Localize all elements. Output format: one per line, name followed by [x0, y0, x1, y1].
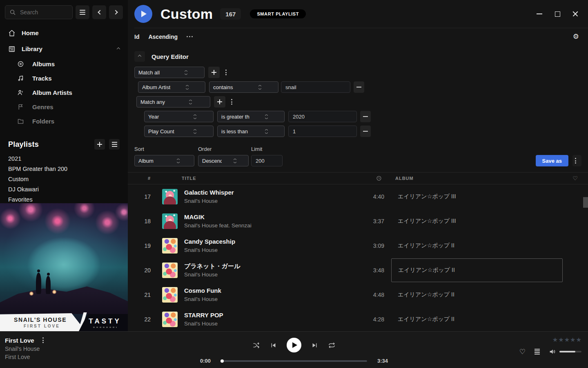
play-button[interactable]	[287, 338, 301, 352]
star-icon[interactable]: ★	[564, 337, 570, 343]
rule-value-input[interactable]	[288, 111, 357, 122]
nav-forward-button[interactable]	[109, 5, 123, 19]
column-index[interactable]: #	[134, 176, 151, 181]
playlist-item[interactable]: BPM Greater than 200	[0, 164, 128, 174]
group-menu-button[interactable]	[223, 68, 229, 77]
remove-rule-button[interactable]	[354, 81, 364, 93]
create-playlist-button[interactable]	[94, 139, 105, 150]
rule-value-input[interactable]	[288, 126, 357, 137]
album-cell[interactable]: エイリアン☆ポップ III	[391, 184, 563, 209]
table-row[interactable]: 22 STARRY POP Snail's House 4:28 エイリアン☆ポ…	[128, 307, 588, 331]
track-artist[interactable]: Snail's House	[184, 271, 360, 278]
search-box[interactable]	[5, 5, 73, 19]
album-cell[interactable]: エイリアン☆ポップ II	[391, 233, 563, 258]
rule-value-input[interactable]	[281, 81, 350, 93]
playlist-item[interactable]: 2021	[0, 154, 128, 164]
track-artist[interactable]: Snail's House	[184, 320, 360, 328]
track-artist[interactable]: Snail's House	[184, 295, 360, 303]
more-options-icon[interactable]	[187, 36, 193, 37]
track-artist[interactable]: Snail's House	[184, 246, 360, 254]
sidebar-item-tracks[interactable]: Tracks	[0, 71, 128, 85]
seek-handle[interactable]	[220, 359, 224, 363]
rule-field-select[interactable]: Album Artist	[138, 81, 205, 93]
remove-rule-button[interactable]	[360, 126, 371, 137]
menu-button[interactable]	[76, 5, 89, 19]
playlist-item[interactable]: DJ Okawari	[0, 184, 128, 195]
now-playing-artist[interactable]: Snail's House	[5, 346, 45, 352]
album-cell[interactable]: エイリアン☆ポップ II	[391, 283, 563, 307]
collapse-chevron-icon[interactable]	[117, 47, 120, 50]
add-rule-button[interactable]	[208, 67, 220, 78]
shuffle-button[interactable]	[252, 341, 260, 349]
star-icon[interactable]: ★	[558, 337, 564, 343]
sort-direction-button[interactable]: Ascending	[148, 34, 178, 40]
query-editor-collapse-button[interactable]	[134, 51, 145, 62]
now-playing-title[interactable]: First Love	[5, 337, 34, 344]
save-as-button[interactable]: Save as	[536, 155, 568, 166]
album-cell[interactable]: エイリアン☆ポップ III	[391, 209, 563, 233]
close-button[interactable]	[572, 11, 578, 17]
track-artist[interactable]: Snail's House feat. Sennzai	[184, 222, 360, 229]
play-playlist-button[interactable]	[134, 5, 152, 23]
save-menu-button[interactable]	[572, 155, 581, 166]
sidebar-item-album-artists[interactable]: Album Artists	[0, 85, 128, 100]
minimize-button[interactable]	[537, 11, 542, 17]
rule-operator-select[interactable]: is greater than	[217, 111, 285, 122]
sidebar-item-library[interactable]: Library	[0, 41, 128, 57]
search-input[interactable]	[19, 9, 68, 16]
star-icon[interactable]: ★	[576, 337, 581, 343]
table-row[interactable]: 21 Cosmo Funk Snail's House 4:48 エイリアン☆ポ…	[128, 283, 588, 307]
sort-field-button[interactable]: Id	[134, 34, 139, 40]
playlist-list-button[interactable]	[109, 139, 120, 150]
next-button[interactable]	[311, 342, 318, 349]
subgroup-match-type-select[interactable]: Match any	[136, 96, 210, 108]
table-row[interactable]: 19 Candy Spaceship Snail's House 3:09 エイ…	[128, 233, 588, 258]
now-playing-artwork[interactable]: SNAIL'S HOUSE FIRST LOVE TASTY	[0, 203, 128, 331]
rule-field-select[interactable]: Year	[144, 111, 214, 122]
remove-rule-button[interactable]	[360, 111, 371, 122]
column-title[interactable]: TITLE	[182, 176, 357, 181]
sidebar-item-genres[interactable]: Genres	[0, 100, 128, 114]
column-duration[interactable]	[357, 175, 382, 181]
table-row[interactable]: 20 プラネット・ガール Snail's House 3:48 エイリアン☆ポッ…	[128, 258, 588, 283]
nav-back-button[interactable]	[92, 5, 106, 19]
queue-button[interactable]	[535, 349, 540, 355]
playlist-item[interactable]: Custom	[0, 174, 128, 184]
rule-field-select[interactable]: Play Count	[144, 126, 214, 137]
volume-fill	[559, 351, 575, 352]
table-row[interactable]: 17 Galactic Whisper Snail's House 4:40 エ…	[128, 184, 588, 209]
sidebar-item-home[interactable]: Home	[0, 25, 128, 41]
now-playing-album[interactable]: First Love	[5, 354, 45, 360]
track-duration: 3:37	[360, 218, 384, 224]
scrollbar-thumb[interactable]	[583, 197, 588, 208]
column-favorite[interactable]: ♡	[563, 175, 588, 181]
volume-icon[interactable]	[549, 348, 556, 355]
smart-playlist-badge: SMART PLAYLIST	[250, 9, 306, 18]
column-album[interactable]: ALBUM	[389, 173, 563, 184]
seek-slider[interactable]	[221, 360, 367, 362]
match-type-select[interactable]: Match all	[134, 67, 205, 78]
order-select[interactable]: Descending	[198, 155, 249, 166]
track-artist[interactable]: Snail's House	[184, 197, 360, 205]
sort-select[interactable]: Album	[134, 155, 194, 166]
table-row[interactable]: 18 MAGIK Snail's House feat. Sennzai 3:3…	[128, 209, 588, 233]
star-icon[interactable]: ★	[570, 337, 575, 343]
rule-operator-select[interactable]: is less than	[217, 126, 285, 137]
album-cell[interactable]: エイリアン☆ポップ II	[391, 258, 563, 282]
limit-input[interactable]	[251, 155, 283, 166]
maximize-button[interactable]	[555, 11, 560, 17]
sidebar-item-folders[interactable]: Folders	[0, 114, 128, 128]
rule-operator-select[interactable]: contains	[209, 81, 278, 93]
previous-button[interactable]	[270, 342, 277, 349]
sidebar-item-albums[interactable]: Albums	[0, 57, 128, 71]
rating-stars[interactable]: ★ ★ ★ ★ ★	[552, 337, 581, 343]
volume-slider[interactable]	[559, 351, 581, 352]
favorite-button[interactable]: ♡	[519, 348, 526, 355]
subgroup-menu-button[interactable]	[229, 97, 235, 106]
add-subrule-button[interactable]	[214, 96, 225, 108]
gear-icon[interactable]: ⚙	[573, 33, 579, 40]
album-cell[interactable]: エイリアン☆ポップ II	[391, 307, 563, 331]
repeat-button[interactable]	[328, 341, 336, 349]
star-icon[interactable]: ★	[552, 337, 558, 343]
now-playing-menu-button[interactable]	[41, 337, 45, 344]
